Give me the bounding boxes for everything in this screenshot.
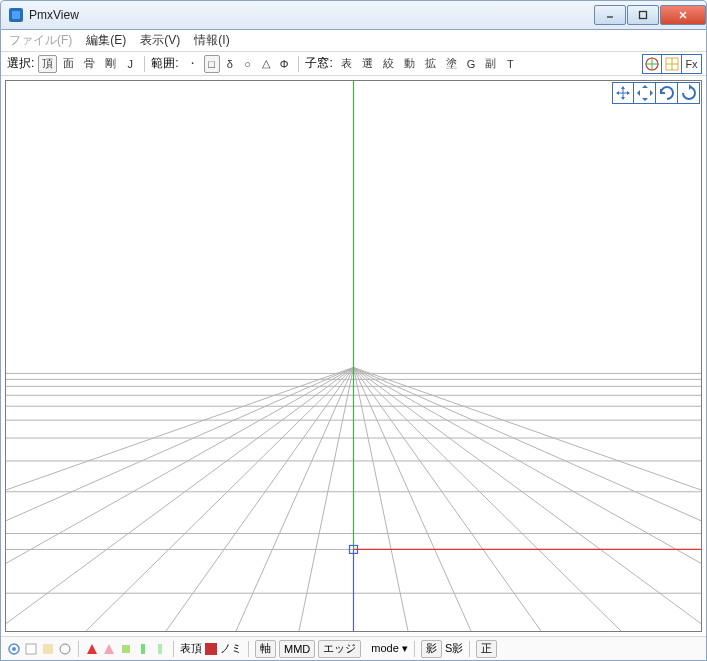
- menu-file[interactable]: ファイル(F): [9, 32, 72, 49]
- nav-reset-icon[interactable]: [678, 82, 700, 104]
- joint-icon[interactable]: [136, 642, 150, 656]
- svg-line-37: [354, 367, 702, 631]
- svg-line-25: [6, 367, 354, 631]
- select-face-button[interactable]: 面: [59, 55, 78, 73]
- svg-line-39: [354, 367, 702, 631]
- svg-rect-0: [12, 11, 20, 19]
- child-t-button[interactable]: T: [502, 55, 518, 73]
- range-delta-button[interactable]: δ: [222, 55, 238, 73]
- edge-button[interactable]: エッジ: [318, 640, 361, 658]
- child-refine-button[interactable]: 絞: [379, 55, 398, 73]
- svg-line-26: [6, 367, 354, 631]
- range-phi-button[interactable]: Φ: [276, 55, 293, 73]
- chevron-down-icon: ▾: [402, 642, 408, 654]
- svg-rect-47: [26, 644, 36, 654]
- bone-pink-icon[interactable]: [102, 642, 116, 656]
- axis-button[interactable]: 軸: [255, 640, 276, 658]
- separator: [144, 56, 145, 72]
- toolbar: 選択: 頂 面 骨 剛 J 範囲: ・ □ δ ○ △ Φ 子窓: 表 選 絞 …: [1, 52, 706, 76]
- sshadow-label[interactable]: S影: [445, 641, 463, 656]
- grid-plane: [6, 81, 701, 631]
- svg-line-30: [166, 367, 354, 631]
- menu-view[interactable]: 表示(V): [140, 32, 180, 49]
- select-joint-button[interactable]: J: [122, 55, 138, 73]
- nav-pan-icon[interactable]: [612, 82, 634, 104]
- mmd-button[interactable]: MMD: [279, 640, 315, 658]
- separator: [469, 641, 470, 657]
- rigid-icon[interactable]: [119, 642, 133, 656]
- range-rect-button[interactable]: □: [204, 55, 220, 73]
- svg-line-33: [354, 367, 409, 631]
- range-dot-button[interactable]: ・: [183, 55, 202, 73]
- fx-button[interactable]: Fx: [682, 54, 702, 74]
- svg-point-49: [60, 644, 70, 654]
- svg-marker-50: [87, 644, 97, 654]
- svg-rect-53: [141, 644, 145, 654]
- select-bone-button[interactable]: 骨: [80, 55, 99, 73]
- status-bar: 表頂 ノミ 軸 MMD エッジ mode ▾ 影 S影 正: [1, 636, 706, 660]
- menu-info[interactable]: 情報(I): [194, 32, 229, 49]
- svg-line-40: [354, 367, 702, 631]
- svg-line-29: [86, 367, 354, 631]
- camera-target-icon[interactable]: [642, 54, 662, 74]
- range-circle-button[interactable]: ○: [240, 55, 256, 73]
- ortho-button[interactable]: 正: [476, 640, 497, 658]
- bone-red-icon[interactable]: [85, 642, 99, 656]
- range-tri-button[interactable]: △: [258, 55, 274, 73]
- child-select-button[interactable]: 選: [358, 55, 377, 73]
- range-label: 範囲:: [151, 55, 178, 72]
- select-rigid-button[interactable]: 剛: [101, 55, 120, 73]
- menu-bar: ファイル(F) 編集(E) 表示(V) 情報(I): [1, 30, 706, 52]
- child-list-button[interactable]: 表: [337, 55, 356, 73]
- separator: [248, 641, 249, 657]
- separator: [78, 641, 79, 657]
- display-vertex-label[interactable]: 表頂: [180, 641, 202, 656]
- svg-line-31: [236, 367, 354, 631]
- display-mode3-icon[interactable]: [41, 642, 55, 656]
- svg-rect-52: [122, 645, 130, 653]
- menu-edit[interactable]: 編集(E): [86, 32, 126, 49]
- nav-move-icon[interactable]: [634, 82, 656, 104]
- child-g-button[interactable]: G: [463, 55, 480, 73]
- svg-line-28: [6, 367, 354, 631]
- 3d-viewport[interactable]: [5, 80, 702, 632]
- select-label: 選択:: [7, 55, 34, 72]
- display-mode4-icon[interactable]: [58, 642, 72, 656]
- display-mode2-icon[interactable]: [24, 642, 38, 656]
- svg-line-36: [354, 367, 622, 631]
- separator: [298, 56, 299, 72]
- child-expand-button[interactable]: 拡: [421, 55, 440, 73]
- shadow-button[interactable]: 影: [421, 640, 442, 658]
- svg-line-32: [299, 367, 354, 631]
- child-move-button[interactable]: 動: [400, 55, 419, 73]
- svg-rect-54: [158, 644, 162, 654]
- minimize-button[interactable]: [594, 5, 626, 25]
- svg-line-34: [354, 367, 472, 631]
- child-sub-button[interactable]: 副: [481, 55, 500, 73]
- nav-rotate-icon[interactable]: [656, 82, 678, 104]
- close-button[interactable]: [660, 5, 706, 25]
- grid-icon[interactable]: [662, 54, 682, 74]
- svg-rect-48: [43, 644, 53, 654]
- nomi-label[interactable]: ノミ: [220, 641, 242, 656]
- svg-line-35: [354, 367, 542, 631]
- vertex-color-swatch[interactable]: [205, 643, 217, 655]
- maximize-button[interactable]: [627, 5, 659, 25]
- mode-dropdown[interactable]: mode ▾: [371, 642, 408, 655]
- display-mode1-icon[interactable]: [7, 642, 21, 656]
- window-title: PmxView: [29, 8, 593, 22]
- select-vertex-button[interactable]: 頂: [38, 55, 57, 73]
- app-icon: [9, 8, 23, 22]
- svg-rect-2: [640, 12, 647, 19]
- svg-marker-51: [104, 644, 114, 654]
- child-window-label: 子窓:: [305, 55, 332, 72]
- svg-point-46: [12, 647, 16, 651]
- separator: [173, 641, 174, 657]
- joint2-icon[interactable]: [153, 642, 167, 656]
- svg-line-27: [6, 367, 354, 631]
- title-bar: PmxView: [0, 0, 707, 30]
- svg-line-38: [354, 367, 702, 631]
- child-paint-button[interactable]: 塗: [442, 55, 461, 73]
- separator: [414, 641, 415, 657]
